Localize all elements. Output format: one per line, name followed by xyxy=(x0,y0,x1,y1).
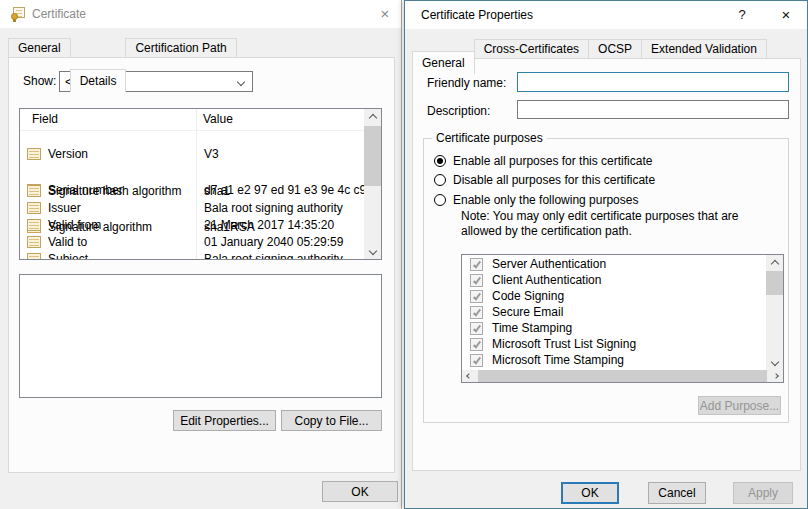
field-icon xyxy=(27,219,41,231)
show-label: Show: xyxy=(23,74,56,88)
general-tab-page: Friendly name: Description: Certificate … xyxy=(412,58,801,471)
purposes-note: Note: You may only edit certificate purp… xyxy=(461,209,779,239)
checkbox-icon xyxy=(470,258,483,271)
scroll-down-icon[interactable] xyxy=(364,242,381,259)
table-row[interactable]: Issuer Bala root signing authority xyxy=(20,199,364,216)
chevron-down-icon xyxy=(237,78,245,86)
field-value-preview xyxy=(19,274,382,398)
purpose-radio-option[interactable]: Enable only the following purposes xyxy=(434,192,638,208)
certificate-properties-titlebar[interactable]: Certificate Properties ? × xyxy=(405,1,807,29)
table-row[interactable]: Version V3 xyxy=(20,145,364,162)
scrollbar-thumb[interactable] xyxy=(478,370,767,382)
purpose-item: Secure Email xyxy=(462,304,766,320)
column-header-field[interactable]: Field xyxy=(32,112,58,126)
close-icon[interactable]: × xyxy=(369,0,401,28)
checkbox-icon xyxy=(470,274,483,287)
field-icon xyxy=(27,253,41,260)
purpose-radio-option[interactable]: Disable all purposes for this certificat… xyxy=(434,172,655,188)
scrollbar-thumb[interactable] xyxy=(364,126,381,186)
certificate-tabstrip: GeneralDetailsCertification Path xyxy=(8,35,236,58)
window-title: Certificate Properties xyxy=(421,1,533,29)
purpose-item: Time Stamping xyxy=(462,320,766,336)
tab[interactable]: OCSP xyxy=(588,39,642,59)
add-purpose-button: Add Purpose... xyxy=(698,396,781,415)
radio-icon[interactable] xyxy=(434,174,446,186)
checkbox-icon xyxy=(470,306,483,319)
apply-button: Apply xyxy=(733,482,793,504)
properties-tabstrip: GeneralCross-CertificatesOCSPExtended Va… xyxy=(412,36,766,59)
checkbox-icon xyxy=(470,322,483,335)
edit-properties-button[interactable]: Edit Properties... xyxy=(173,410,276,431)
scroll-down-icon[interactable] xyxy=(766,353,783,370)
ok-button[interactable]: OK xyxy=(561,482,619,504)
help-icon[interactable]: ? xyxy=(731,1,753,29)
radio-icon[interactable] xyxy=(434,194,446,206)
group-title: Certificate purposes xyxy=(432,131,547,146)
purposes-list: Server Authentication Client Authenticat… xyxy=(461,254,784,383)
table-row[interactable]: Signature hash algorithm sha1 xyxy=(20,182,364,199)
screen: Certificate × GeneralDetailsCertificatio… xyxy=(0,0,808,509)
table-row[interactable]: Valid to 01 January 2040 05:29:59 xyxy=(20,233,364,250)
close-icon[interactable]: × xyxy=(773,1,799,29)
table-header: Field Value xyxy=(20,109,381,130)
scroll-right-icon[interactable] xyxy=(769,370,783,382)
certificate-icon xyxy=(10,6,26,22)
details-table: Field Value Version V3 Serial number d7 … xyxy=(19,108,382,260)
table-row[interactable]: Subject Bala root signing authority xyxy=(20,250,364,259)
purpose-item: Microsoft Trust List Signing xyxy=(462,336,766,352)
certificate-properties-dialog: Certificate Properties ? × GeneralCross-… xyxy=(404,0,808,509)
field-icon xyxy=(27,236,41,248)
radio-icon[interactable] xyxy=(434,155,446,167)
scroll-up-icon[interactable] xyxy=(766,255,783,272)
window-title: Certificate xyxy=(32,0,86,28)
certificate-dialog: Certificate × GeneralDetailsCertificatio… xyxy=(0,0,402,509)
certificate-purposes-group: Certificate purposes Enable all purposes… xyxy=(423,138,789,423)
field-icon xyxy=(27,202,41,214)
checkbox-icon xyxy=(470,338,483,351)
tab[interactable]: General xyxy=(8,38,71,58)
certificate-titlebar[interactable]: Certificate × xyxy=(0,0,401,28)
purpose-item: Microsoft Time Stamping xyxy=(462,352,766,368)
purposes-rows: Server Authentication Client Authenticat… xyxy=(462,256,766,370)
purpose-item: Client Authentication xyxy=(462,272,766,288)
table-rows: Version V3 Serial number d7 a1 e2 97 ed … xyxy=(20,131,364,259)
checkbox-icon xyxy=(470,354,483,367)
purpose-radio-option[interactable]: Enable all purposes for this certificate xyxy=(434,153,652,169)
tab[interactable]: Details xyxy=(70,69,127,92)
horizontal-scrollbar[interactable] xyxy=(462,370,783,382)
purpose-item: Server Authentication xyxy=(462,256,766,272)
purpose-item: Code Signing xyxy=(462,288,766,304)
checkbox-icon xyxy=(470,290,483,303)
cancel-button[interactable]: Cancel xyxy=(648,482,706,504)
tab[interactable]: Extended Validation xyxy=(641,39,767,59)
field-icon xyxy=(27,148,41,160)
table-row[interactable]: Valid from 21 March 2017 14:35:20 xyxy=(20,216,364,233)
field-icon xyxy=(27,185,41,197)
vertical-scrollbar[interactable] xyxy=(364,109,381,259)
scrollbar-thumb[interactable] xyxy=(766,271,783,295)
tab[interactable]: General xyxy=(412,51,475,74)
friendly-name-input[interactable] xyxy=(517,72,789,92)
column-header-value[interactable]: Value xyxy=(203,112,233,126)
description-input[interactable] xyxy=(517,100,789,119)
description-label: Description: xyxy=(427,104,490,118)
scroll-left-icon[interactable] xyxy=(462,370,476,382)
details-tab-page: Show: <All> Field Value Version V3 xyxy=(8,57,395,473)
tab[interactable]: Certification Path xyxy=(125,38,236,58)
copy-to-file-button[interactable]: Copy to File... xyxy=(281,410,382,431)
tab[interactable]: Cross-Certificates xyxy=(474,39,589,59)
friendly-name-label: Friendly name: xyxy=(427,76,506,90)
vertical-scrollbar[interactable] xyxy=(766,255,783,370)
scroll-up-icon[interactable] xyxy=(364,109,381,126)
ok-button[interactable]: OK xyxy=(322,481,398,502)
